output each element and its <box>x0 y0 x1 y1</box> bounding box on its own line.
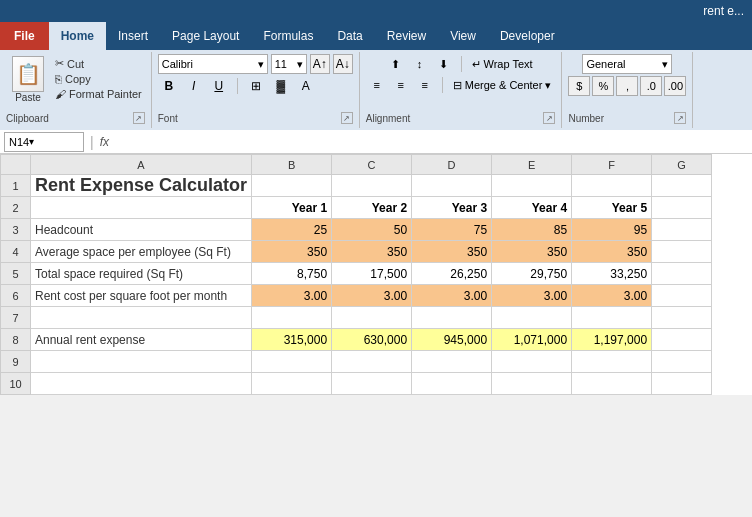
cell-C1[interactable] <box>332 175 412 197</box>
cell-A2[interactable] <box>31 197 252 219</box>
cell-C8[interactable]: 630,000 <box>332 329 412 351</box>
cell-B9[interactable] <box>252 351 332 373</box>
cell-A8[interactable]: Annual rent expense <box>31 329 252 351</box>
cell-F6[interactable]: 3.00 <box>572 285 652 307</box>
align-center-button[interactable]: ≡ <box>390 75 412 95</box>
cell-D8[interactable]: 945,000 <box>412 329 492 351</box>
cell-ref-dropdown[interactable]: ▾ <box>29 136 34 147</box>
font-size-box[interactable]: 11 ▾ <box>271 54 307 74</box>
cell-reference-box[interactable]: N14 ▾ <box>4 132 84 152</box>
tab-view[interactable]: View <box>438 22 488 50</box>
cell-C5[interactable]: 17,500 <box>332 263 412 285</box>
percent-button[interactable]: % <box>592 76 614 96</box>
cell-E10[interactable] <box>492 373 572 395</box>
cell-C4[interactable]: 350 <box>332 241 412 263</box>
decrease-decimal-button[interactable]: .00 <box>664 76 686 96</box>
cell-B1[interactable] <box>252 175 332 197</box>
cell-C6[interactable]: 3.00 <box>332 285 412 307</box>
tab-review[interactable]: Review <box>375 22 438 50</box>
row-number-8[interactable]: 8 <box>1 329 31 351</box>
cell-D9[interactable] <box>412 351 492 373</box>
copy-button[interactable]: ⎘ Copy <box>52 72 145 86</box>
cell-G7[interactable] <box>652 307 712 329</box>
row-number-5[interactable]: 5 <box>1 263 31 285</box>
cell-B7[interactable] <box>252 307 332 329</box>
bold-button[interactable]: B <box>158 76 180 96</box>
tab-data[interactable]: Data <box>325 22 374 50</box>
row-number-6[interactable]: 6 <box>1 285 31 307</box>
cell-D1[interactable] <box>412 175 492 197</box>
cell-A7[interactable] <box>31 307 252 329</box>
cell-F10[interactable] <box>572 373 652 395</box>
cell-G5[interactable] <box>652 263 712 285</box>
cell-B10[interactable] <box>252 373 332 395</box>
align-middle-button[interactable]: ↕ <box>409 54 431 74</box>
row-number-7[interactable]: 7 <box>1 307 31 329</box>
cell-E9[interactable] <box>492 351 572 373</box>
cell-G6[interactable] <box>652 285 712 307</box>
cell-D10[interactable] <box>412 373 492 395</box>
col-header-E[interactable]: E <box>492 155 572 175</box>
row-number-2[interactable]: 2 <box>1 197 31 219</box>
row-number-10[interactable]: 10 <box>1 373 31 395</box>
tab-page-layout[interactable]: Page Layout <box>160 22 251 50</box>
font-expand[interactable]: ↗ <box>341 112 353 124</box>
cell-B2[interactable]: Year 1 <box>252 197 332 219</box>
cell-D2[interactable]: Year 3 <box>412 197 492 219</box>
fill-color-button[interactable]: ▓ <box>270 76 292 96</box>
cell-D5[interactable]: 26,250 <box>412 263 492 285</box>
cell-C2[interactable]: Year 2 <box>332 197 412 219</box>
cell-A3[interactable]: Headcount <box>31 219 252 241</box>
number-format-box[interactable]: General ▾ <box>582 54 672 74</box>
cell-G9[interactable] <box>652 351 712 373</box>
format-painter-button[interactable]: 🖌 Format Painter <box>52 87 145 101</box>
cell-B8[interactable]: 315,000 <box>252 329 332 351</box>
currency-button[interactable]: $ <box>568 76 590 96</box>
row-number-1[interactable]: 1 <box>1 175 31 197</box>
cell-F8[interactable]: 1,197,000 <box>572 329 652 351</box>
cell-D7[interactable] <box>412 307 492 329</box>
cell-B4[interactable]: 350 <box>252 241 332 263</box>
tab-file[interactable]: File <box>0 22 49 50</box>
row-number-4[interactable]: 4 <box>1 241 31 263</box>
decrease-font-btn[interactable]: A↓ <box>333 54 353 74</box>
cell-F7[interactable] <box>572 307 652 329</box>
cell-G1[interactable] <box>652 175 712 197</box>
align-right-button[interactable]: ≡ <box>414 75 436 95</box>
cut-button[interactable]: ✂ Cut <box>52 56 145 71</box>
cell-C7[interactable] <box>332 307 412 329</box>
align-left-button[interactable]: ≡ <box>366 75 388 95</box>
cell-G3[interactable] <box>652 219 712 241</box>
cell-A6[interactable]: Rent cost per square foot per month <box>31 285 252 307</box>
cell-E1[interactable] <box>492 175 572 197</box>
cell-B3[interactable]: 25 <box>252 219 332 241</box>
formula-input[interactable] <box>113 132 748 152</box>
col-header-D[interactable]: D <box>412 155 492 175</box>
cell-C10[interactable] <box>332 373 412 395</box>
italic-button[interactable]: I <box>183 76 205 96</box>
cell-F2[interactable]: Year 5 <box>572 197 652 219</box>
cell-D4[interactable]: 350 <box>412 241 492 263</box>
merge-center-button[interactable]: ⊟ Merge & Center ▾ <box>449 77 556 94</box>
increase-font-btn[interactable]: A↑ <box>310 54 330 74</box>
clipboard-expand[interactable]: ↗ <box>133 112 145 124</box>
cell-A5[interactable]: Total space required (Sq Ft) <box>31 263 252 285</box>
tab-developer[interactable]: Developer <box>488 22 567 50</box>
cell-C9[interactable] <box>332 351 412 373</box>
col-header-A[interactable]: A <box>31 155 252 175</box>
col-header-B[interactable]: B <box>252 155 332 175</box>
align-bottom-button[interactable]: ⬇ <box>433 54 455 74</box>
col-header-C[interactable]: C <box>332 155 412 175</box>
cell-G2[interactable] <box>652 197 712 219</box>
cell-D3[interactable]: 75 <box>412 219 492 241</box>
col-header-G[interactable]: G <box>652 155 712 175</box>
cell-A4[interactable]: Average space per employee (Sq Ft) <box>31 241 252 263</box>
cell-B6[interactable]: 3.00 <box>252 285 332 307</box>
cell-G8[interactable] <box>652 329 712 351</box>
cell-F3[interactable]: 95 <box>572 219 652 241</box>
cell-E4[interactable]: 350 <box>492 241 572 263</box>
cell-F9[interactable] <box>572 351 652 373</box>
cell-D6[interactable]: 3.00 <box>412 285 492 307</box>
cell-F1[interactable] <box>572 175 652 197</box>
cell-E5[interactable]: 29,750 <box>492 263 572 285</box>
